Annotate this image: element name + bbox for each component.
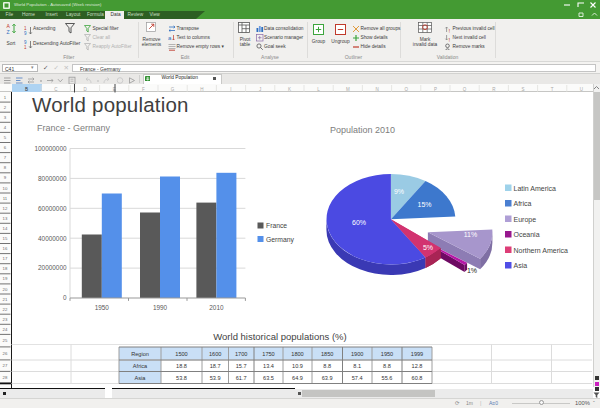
svg-text:64.9: 64.9 [292, 375, 303, 381]
svg-text:55.6: 55.6 [382, 375, 393, 381]
svg-text:8.1: 8.1 [353, 363, 361, 369]
svg-text:10.9: 10.9 [292, 363, 303, 369]
svg-text:1600: 1600 [209, 351, 221, 357]
svg-text:18.8: 18.8 [176, 363, 187, 369]
svg-text:1850: 1850 [321, 351, 333, 357]
svg-text:1500: 1500 [175, 351, 187, 357]
svg-text:1800: 1800 [291, 351, 303, 357]
svg-text:Asia: Asia [135, 375, 147, 381]
svg-text:18.7: 18.7 [210, 363, 221, 369]
svg-text:61.7: 61.7 [236, 375, 247, 381]
svg-text:63.9: 63.9 [322, 375, 333, 381]
svg-text:8.8: 8.8 [323, 363, 331, 369]
svg-text:1750: 1750 [262, 351, 274, 357]
svg-text:1950: 1950 [381, 351, 393, 357]
svg-text:Region: Region [131, 351, 149, 357]
svg-text:57.4: 57.4 [352, 375, 363, 381]
svg-text:15.7: 15.7 [236, 363, 247, 369]
svg-text:12.8: 12.8 [412, 363, 423, 369]
svg-text:1999: 1999 [411, 351, 423, 357]
svg-text:8.8: 8.8 [383, 363, 391, 369]
svg-text:53.8: 53.8 [176, 375, 187, 381]
svg-text:53.9: 53.9 [210, 375, 221, 381]
svg-text:1700: 1700 [235, 351, 247, 357]
svg-text:13.4: 13.4 [263, 363, 274, 369]
svg-text:1900: 1900 [351, 351, 363, 357]
svg-text:Africa: Africa [133, 363, 148, 369]
svg-text:63.5: 63.5 [263, 375, 274, 381]
svg-text:60.8: 60.8 [412, 375, 423, 381]
